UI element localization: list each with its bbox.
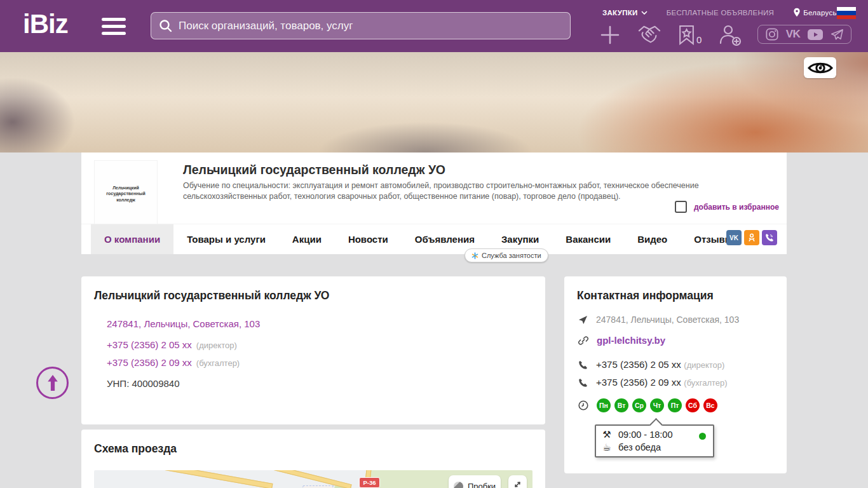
- phone-link[interactable]: +375 (2356) 2 09 xx: [107, 357, 192, 368]
- telegram-icon[interactable]: [831, 29, 843, 41]
- traffic-light-icon: [454, 482, 463, 488]
- vk-icon[interactable]: VK: [786, 28, 801, 41]
- contact-phone-row: +375 (2356) 2 09 xx (бухгалтер): [578, 377, 728, 388]
- tab-vacancies[interactable]: Вакансии: [552, 224, 624, 254]
- about-title: Лельчицкий государственный колледж УО: [94, 289, 329, 302]
- phone-link[interactable]: +375 (2356) 2 05 xx: [107, 339, 192, 350]
- phone-row: +375 (2356) 2 05 xx (директор): [107, 339, 237, 350]
- add-favorite[interactable]: добавить в избранное: [675, 201, 779, 213]
- about-card: Лельчицкий государственный колледж УО 24…: [81, 276, 545, 424]
- chevron-down-icon: [641, 11, 648, 15]
- phone-note: (бухгалтер): [196, 358, 240, 368]
- add-user-icon[interactable]: [719, 24, 742, 46]
- hero-image: [0, 52, 868, 152]
- day-wed[interactable]: Ср: [632, 398, 646, 412]
- working-hours: 09:00 - 18:00: [618, 430, 672, 440]
- tab-promos[interactable]: Акции: [279, 224, 335, 254]
- phone-link[interactable]: +375 (2356) 2 09 xx: [596, 377, 681, 388]
- map-title: Схема проезда: [94, 442, 177, 456]
- day-thu[interactable]: Чт: [650, 398, 664, 412]
- contact-title: Контактная информация: [577, 289, 714, 302]
- location-pin-icon: [793, 8, 801, 17]
- region-selector[interactable]: Беларусь: [793, 8, 837, 17]
- tab-about[interactable]: О компании: [91, 224, 173, 254]
- company-ok-icon[interactable]: [744, 230, 759, 245]
- navigation-arrow-icon: [578, 315, 588, 325]
- day-fri[interactable]: Пт: [668, 398, 682, 412]
- contact-address-row: 247841, Лельчицы, Советская, 103: [578, 315, 739, 325]
- favorite-checkbox[interactable]: [675, 201, 687, 213]
- site-logo[interactable]: iBiz: [23, 9, 68, 39]
- link-icon: [578, 336, 588, 346]
- contact-website-row: gpl-lelchitsy.by: [578, 335, 665, 346]
- tab-products[interactable]: Товары и услуги: [173, 224, 279, 254]
- favorites-count: 0: [696, 34, 702, 45]
- map[interactable]: Р-36 Пробки: [94, 470, 532, 488]
- header: iBiz ЗАКУПКИ БЕСПЛАТНЫЕ ОБЪЯВЛЕНИЯ Белар…: [0, 0, 868, 52]
- phone-note: (бухгалтер): [684, 378, 727, 388]
- company-vk-icon[interactable]: VK: [726, 230, 742, 245]
- company-logo-text: Лельчицкий государственный колледж: [97, 185, 154, 203]
- working-hours-popup: ⚒ 09:00 - 18:00 ☕ без обеда: [595, 424, 714, 458]
- expand-icon: [513, 480, 522, 488]
- phone-note: (директор): [684, 360, 724, 370]
- traffic-label: Пробки: [468, 482, 496, 488]
- search-icon: [159, 19, 172, 32]
- company-description: Обучение по специальности: эксплуатация …: [183, 180, 783, 202]
- clock-icon: [578, 400, 588, 410]
- phone-link[interactable]: +375 (2356) 2 05 xx: [596, 359, 681, 370]
- day-mon[interactable]: Пн: [597, 398, 611, 412]
- favorites-bookmark-icon[interactable]: 0: [679, 25, 702, 45]
- day-sat[interactable]: Сб: [686, 398, 700, 412]
- company-address-link[interactable]: 247841, Лельчицы, Советская, 103: [107, 318, 260, 329]
- lunch-icon: ☕: [601, 442, 613, 453]
- eye-icon: [808, 60, 833, 76]
- weekday-circles: Пн Вт Ср Чт Пт Сб Вс: [597, 398, 717, 412]
- traffic-button[interactable]: Пробки: [449, 475, 501, 488]
- working-hours-row: Пн Вт Ср Чт Пт Сб Вс: [578, 398, 717, 412]
- map-expand-button[interactable]: [508, 475, 527, 488]
- phone-row: +375 (2356) 2 09 xx (бухгалтер): [107, 357, 240, 368]
- work-hours-icon: ⚒: [601, 429, 613, 440]
- header-social-links: VK: [757, 25, 851, 44]
- favorite-label: добавить в избранное: [694, 203, 779, 212]
- scroll-top-button[interactable]: [36, 367, 69, 399]
- employment-service-icon: [471, 252, 478, 259]
- arrow-up-icon: [46, 374, 60, 391]
- youtube-icon[interactable]: [808, 29, 823, 40]
- top-links: ЗАКУПКИ БЕСПЛАТНЫЕ ОБЪЯВЛЕНИЯ Беларусь: [602, 8, 837, 17]
- lunch-label: без обеда: [618, 442, 661, 452]
- phone-note: (директор): [196, 341, 237, 350]
- day-tue[interactable]: Вт: [614, 398, 628, 412]
- zakupki-link[interactable]: ЗАКУПКИ: [602, 9, 638, 17]
- hamburger-menu-icon[interactable]: [102, 18, 126, 35]
- page: iBiz ЗАКУПКИ БЕСПЛАТНЫЕ ОБЪЯВЛЕНИЯ Белар…: [0, 0, 868, 488]
- map-building-plot: [288, 485, 334, 488]
- company-card: Лельчицкий государственный колледж Лельч…: [81, 152, 787, 254]
- contact-card: Контактная информация 247841, Лельчицы, …: [564, 276, 787, 473]
- phone-icon: [578, 360, 588, 370]
- language-flag-ru-icon[interactable]: [837, 7, 856, 19]
- open-status-dot: [699, 433, 706, 440]
- tab-video[interactable]: Видео: [624, 224, 681, 254]
- employment-service-label: Служба занятости: [482, 252, 541, 259]
- accessibility-eye-button[interactable]: [804, 57, 836, 78]
- handshake-partners-icon[interactable]: [637, 24, 661, 46]
- header-action-icons: 0: [600, 24, 742, 46]
- free-ads-link[interactable]: БЕСПЛАТНЫЕ ОБЪЯВЛЕНИЯ: [667, 9, 775, 17]
- search-input[interactable]: [179, 20, 562, 32]
- company-tabs: О компании Товары и услуги Акции Новости…: [81, 224, 787, 254]
- company-name: Лельчицкий государственный колледж УО: [183, 163, 445, 177]
- company-viber-icon[interactable]: [762, 230, 777, 245]
- region-label: Беларусь: [803, 9, 837, 17]
- add-company-icon[interactable]: [600, 25, 620, 45]
- tab-news[interactable]: Новости: [335, 224, 402, 254]
- day-sun[interactable]: Вс: [703, 398, 717, 412]
- road-label-badge: Р-36: [359, 477, 379, 488]
- company-social-links: VK: [726, 230, 777, 245]
- employment-service-tooltip: Служба занятости: [465, 248, 548, 262]
- contact-phone-row: +375 (2356) 2 05 xx (директор): [578, 359, 724, 370]
- company-website-link[interactable]: gpl-lelchitsy.by: [597, 335, 665, 346]
- instagram-icon[interactable]: [766, 28, 778, 41]
- contact-address: 247841, Лельчицы, Советская, 103: [596, 315, 739, 325]
